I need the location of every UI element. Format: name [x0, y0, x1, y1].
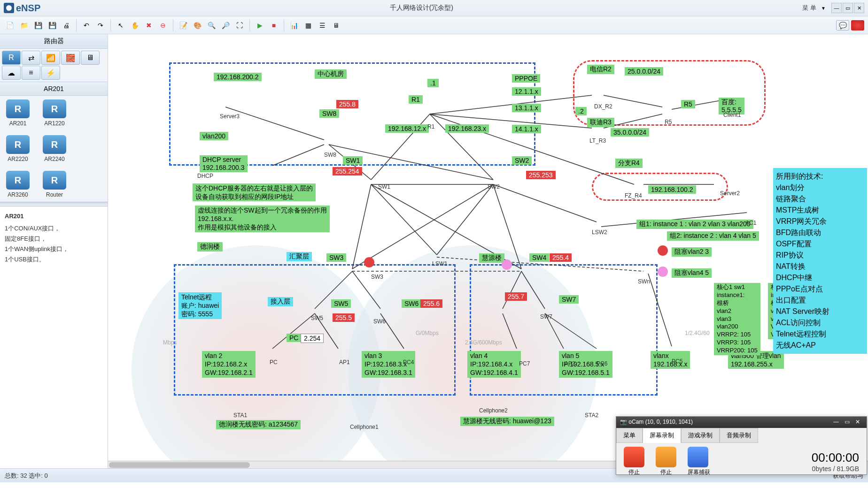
panel-routers-header: 路由器 — [0, 34, 108, 49]
label-r1: R1 — [409, 95, 423, 104]
close-button[interactable]: ✕ — [854, 3, 864, 13]
ocam-titlebar[interactable]: 📷 oCam (10, 0, 1910, 1041) —▭✕ — [616, 417, 867, 428]
redo-icon[interactable]: ↷ — [94, 19, 107, 31]
label-2557: 255.7 — [505, 292, 527, 301]
label-pcip: 2.254 — [301, 334, 324, 343]
device-ar3260[interactable]: AR3260 — [4, 171, 32, 198]
ocam-tab-menu[interactable]: 菜单 — [616, 428, 643, 443]
label-sw1: SW1 — [343, 156, 363, 165]
pointer-icon[interactable]: ↖ — [115, 19, 127, 31]
dot-red-legend — [658, 245, 668, 256]
firewall-category-icon[interactable]: 🧱 — [61, 51, 80, 65]
ocam-timer: 00:00:00 — [721, 450, 859, 465]
svg-line-20 — [371, 184, 437, 255]
new-icon[interactable]: 📄 — [4, 19, 16, 31]
label-center-room: 中心机房 — [315, 69, 347, 79]
ocam-pause-button[interactable]: 停止 — [656, 447, 676, 476]
fit-icon[interactable]: ⛶ — [233, 19, 246, 31]
label-telnet: Telnet远程 账户: huawei 密码: 5555 — [178, 292, 222, 319]
toolbar: 📄 📁 💾 💾 🖨 ↶ ↷ ↖ ✋ ✖ ⊖ 📝 🎨 🔍 🔎 ⛶ ▶ ■ 📊 ▦ … — [0, 16, 868, 34]
tech-panel: 所用到的技术:vlan划分链路聚合 MSTP生成树VRRP网关冗余BFD路由联动… — [773, 168, 867, 354]
saveas-icon[interactable]: 💾 — [46, 19, 58, 31]
ocam-window[interactable]: 📷 oCam (10, 0, 1910, 1041) —▭✕ 菜单 屏幕录制 游… — [616, 416, 867, 475]
text-icon[interactable]: 📝 — [177, 19, 189, 31]
logo-icon — [4, 3, 14, 13]
device-ar2220[interactable]: AR2220 — [4, 135, 32, 162]
label-ip35: 35.0.0.0/24 — [611, 128, 649, 137]
label-note2: 虚线连接的连个SW起到一个冗余备份的作用 192.168.x.x. 作用是模拟其… — [195, 206, 330, 232]
ocam-stop-button[interactable]: 停止 — [624, 447, 644, 476]
cloud-category-icon[interactable]: ☁ — [2, 66, 21, 80]
ocam-tab-game[interactable]: 游戏录制 — [681, 428, 720, 443]
wlan-category-icon[interactable]: 📶 — [41, 51, 60, 65]
title-bar: eNSP 千人网络设计(冗余型) 菜 单 ▼ — ▭ ✕ — [0, 0, 868, 16]
screen-icon[interactable]: 🖥 — [330, 19, 342, 31]
dot-red-sw3 — [364, 257, 374, 267]
maximize-button[interactable]: ▭ — [843, 3, 853, 13]
label-dot1: .1 — [427, 79, 439, 87]
label-ip14: 14.1.1.x — [512, 125, 541, 133]
topology-canvas[interactable]: 中心机房 PPPOE R1 .1 .2 电信R2 联迪R3 25.0.0.0/2… — [108, 34, 868, 468]
capture-icon[interactable]: 📊 — [288, 19, 300, 31]
label-sw8: SW8 — [319, 109, 339, 118]
svg-line-21 — [437, 184, 493, 255]
label-vlanx: vlanx 192.168.x.x — [651, 351, 690, 369]
label-agg: 汇聚层 — [287, 252, 312, 261]
label-sw5: SW5 — [331, 299, 351, 308]
ocam-max-icon[interactable]: ▭ — [845, 419, 850, 425]
app-name: eNSP — [16, 3, 40, 14]
label-vlan4: vlan 4 IP:192.168.4.x GW:192.168.4.1 — [467, 351, 521, 378]
ocam-min-icon[interactable]: — — [833, 419, 839, 425]
dot-pink-legend — [658, 267, 668, 277]
label-block23: 阻塞vlan2 3 — [672, 247, 712, 257]
pan-icon[interactable]: ✋ — [129, 19, 141, 31]
remove-icon[interactable]: ⊖ — [157, 19, 169, 31]
label-core1: 核心1 sw1 instance1: 根桥 vlan2 vlan3 vlan20… — [714, 283, 760, 355]
label-dxr2: 电信R2 — [587, 65, 614, 74]
start-icon[interactable]: ▶ — [254, 19, 266, 31]
pc-category-icon[interactable]: 🖥 — [81, 51, 100, 65]
label-building2: 慧源楼 — [479, 253, 504, 263]
minimize-button[interactable]: — — [831, 3, 842, 13]
info-title: AR201 — [5, 211, 103, 221]
label-block45: 阻塞vlan4 5 — [672, 268, 712, 278]
delete-icon[interactable]: ✖ — [143, 19, 155, 31]
label-2558: 255.8 — [336, 100, 358, 108]
message-icon[interactable]: 💬 — [836, 20, 849, 30]
ocam-close-icon[interactable]: ✕ — [855, 419, 860, 425]
category-icons: R ⇄ 📶 🧱 🖥 ☁ ≡ ⚡ — [0, 49, 108, 82]
device-router[interactable]: Router — [40, 171, 69, 198]
label-sw6: SW6 — [402, 299, 421, 308]
ocam-size: 0bytes / 81.9GB — [721, 465, 859, 473]
stop-icon[interactable]: ■ — [268, 19, 280, 31]
palette-icon[interactable]: 🎨 — [191, 19, 203, 31]
undo-icon[interactable]: ↶ — [80, 19, 93, 31]
ocam-tab-screen[interactable]: 屏幕录制 — [643, 428, 681, 443]
label-ip1002: 192.168.100.2 — [648, 185, 696, 194]
device-ar1220[interactable]: AR1220 — [40, 99, 69, 127]
label-255253: 255.253 — [526, 171, 556, 179]
menu-dropdown[interactable]: 菜 单 — [802, 4, 816, 12]
zoomout-icon[interactable]: 🔎 — [219, 19, 232, 31]
dot-pink-sw4 — [502, 259, 512, 270]
open-icon[interactable]: 📁 — [18, 19, 30, 31]
grid-icon[interactable]: ▦ — [302, 19, 314, 31]
device-ar201[interactable]: AR201 — [4, 99, 32, 127]
router-category-icon[interactable]: R — [2, 51, 21, 65]
ocam-tab-audio[interactable]: 音频录制 — [720, 428, 758, 443]
zoomin-icon[interactable]: 🔍 — [205, 19, 217, 31]
list-icon[interactable]: ☰ — [316, 19, 328, 31]
print-icon[interactable]: 🖨 — [60, 19, 72, 31]
link-category-icon[interactable]: ≡ — [22, 66, 40, 80]
save-icon[interactable]: 💾 — [32, 19, 44, 31]
label-inst1: 组1: instance 1 : vlan 2 vlan 3 vlan200 — [636, 220, 753, 229]
label-sw2: SW2 — [512, 156, 532, 165]
device-ar2240[interactable]: AR2240 — [40, 135, 69, 162]
ocam-capture-button[interactable]: 屏幕捕获 — [688, 447, 710, 476]
custom-category-icon[interactable]: ⚡ — [41, 66, 60, 80]
huawei-logo-icon — [851, 20, 864, 30]
label-ip13: 13.1.1.x — [512, 104, 541, 112]
label-building1: 德润楼 — [197, 242, 223, 252]
switch-category-icon[interactable]: ⇄ — [22, 51, 40, 65]
label-ip2002: 192.168.200.2 — [214, 73, 262, 81]
